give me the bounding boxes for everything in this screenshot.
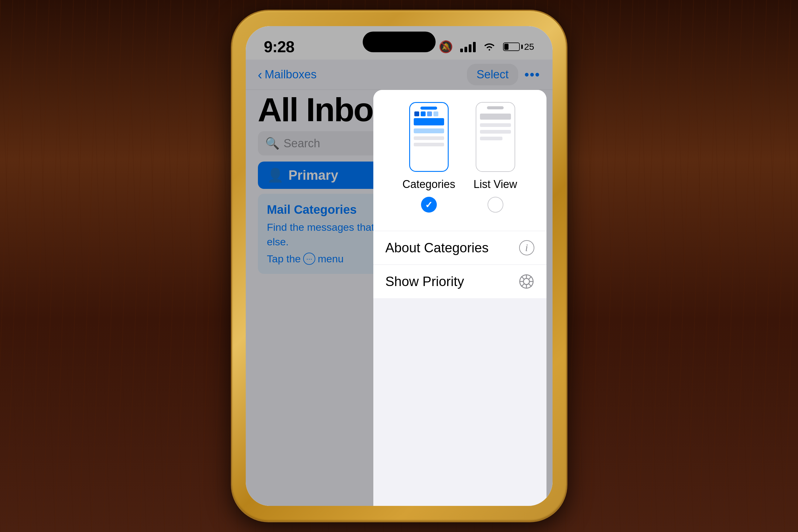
check-icon: ✓ [425, 200, 432, 210]
list-view-option[interactable]: List View [474, 102, 517, 212]
categories-label: Categories [403, 178, 456, 191]
phone-screen: 9:28 🔕 [246, 26, 553, 506]
svg-line-9 [522, 284, 524, 286]
categories-option[interactable]: Categories ✓ [403, 102, 456, 212]
about-categories-item[interactable]: About Categories i [373, 231, 546, 265]
info-icon: i [519, 240, 534, 255]
about-categories-label: About Categories [386, 240, 489, 255]
sparkle-icon [519, 273, 534, 289]
svg-line-6 [522, 277, 524, 279]
list-view-phone-illustration [476, 102, 515, 172]
categories-phone-illustration [409, 102, 449, 172]
illus-notch-list [487, 106, 504, 109]
phone-device: 9:28 🔕 [232, 11, 566, 521]
show-priority-label: Show Priority [386, 274, 464, 289]
illus-notch-categories [421, 107, 437, 110]
svg-line-8 [529, 277, 531, 279]
view-options: Categories ✓ [403, 102, 517, 212]
view-selector: Categories ✓ [373, 90, 546, 231]
show-priority-item[interactable]: Show Priority [373, 265, 546, 298]
categories-radio[interactable]: ✓ [421, 197, 437, 212]
svg-line-7 [529, 284, 531, 286]
list-view-radio[interactable] [487, 197, 503, 212]
list-view-label: List View [474, 178, 517, 191]
view-mode-popup: Categories ✓ [373, 90, 546, 506]
illus-dots [413, 111, 445, 116]
